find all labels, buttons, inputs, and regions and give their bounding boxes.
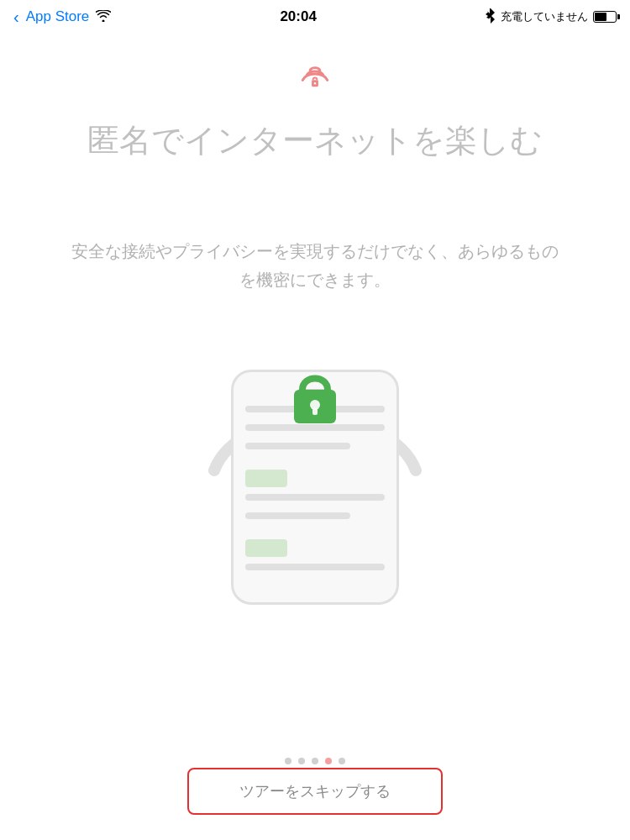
dot-5 <box>339 758 345 764</box>
page-dots <box>0 758 630 764</box>
description-text: 安全な接続やプライバシーを実現するだけでなく、あらゆるものを機密にできます。 <box>0 237 630 294</box>
skip-button-container: ツアーをスキップする <box>187 768 443 815</box>
skip-button[interactable]: ツアーをスキップする <box>187 768 443 815</box>
time-display: 20:04 <box>280 8 316 25</box>
content-line-5 <box>245 512 350 519</box>
main-content: 匿名でインターネットを楽しむ 安全な接続やプライバシーを実現するだけでなく、あら… <box>0 34 630 319</box>
dot-3 <box>312 758 318 764</box>
lock-icon <box>286 361 344 432</box>
content-block-1 <box>245 470 287 487</box>
content-group-2 <box>245 494 385 526</box>
charging-text: 充電していません <box>501 9 588 24</box>
vpn-top-icon <box>290 50 340 100</box>
illustration-area <box>0 336 630 605</box>
content-line-4 <box>245 494 385 501</box>
bluetooth-icon <box>486 8 496 26</box>
status-left: ‹ App Store <box>13 8 111 27</box>
content-line-6 <box>245 564 385 570</box>
dot-1 <box>285 758 291 764</box>
battery-bar <box>593 11 617 23</box>
headline-text: 匿名でインターネットを楽しむ <box>54 120 576 161</box>
status-right: 充電していません <box>486 8 617 26</box>
svg-point-1 <box>314 82 316 84</box>
dot-2 <box>298 758 305 764</box>
content-block-2 <box>245 539 287 557</box>
app-store-link[interactable]: App Store <box>26 8 90 25</box>
content-line-3 <box>245 443 350 449</box>
battery-fill <box>595 13 606 21</box>
svg-rect-4 <box>312 408 318 415</box>
content-group-3 <box>245 564 385 577</box>
status-bar: ‹ App Store 20:04 充電していません <box>0 0 630 34</box>
wifi-status-icon <box>96 10 111 24</box>
dot-4-active <box>325 758 332 764</box>
battery-indicator <box>593 11 617 23</box>
back-icon[interactable]: ‹ <box>13 8 19 27</box>
